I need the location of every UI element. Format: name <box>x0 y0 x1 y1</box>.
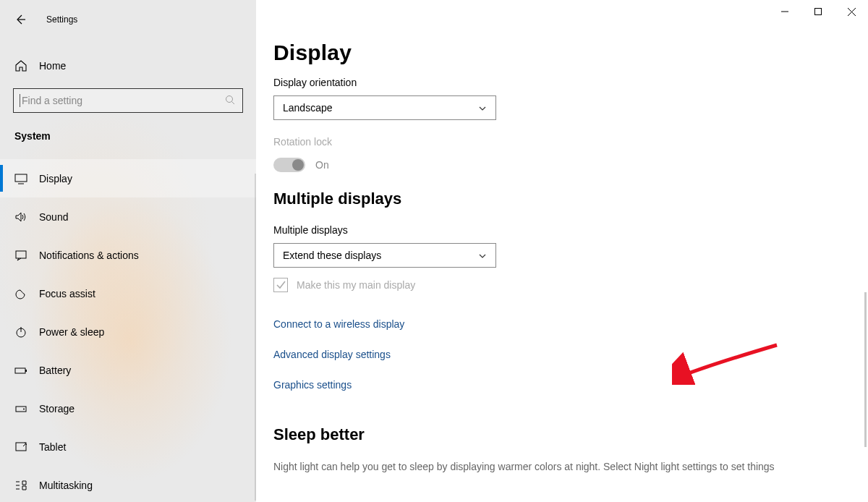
sidebar-item-display[interactable]: Display <box>0 159 256 197</box>
rotation-lock-label: Rotation lock <box>273 136 867 148</box>
rotation-lock-value: On <box>315 159 329 171</box>
nav-list: Display Sound Notifications & actions Fo… <box>0 159 256 502</box>
multiple-displays-select[interactable]: Extend these displays <box>273 243 496 268</box>
minimize-button[interactable] <box>768 0 801 23</box>
tablet-icon <box>14 441 27 454</box>
sidebar-item-label: Multitasking <box>39 480 93 491</box>
text-caret <box>20 94 20 107</box>
search-field[interactable] <box>22 95 225 106</box>
svg-rect-9 <box>815 9 822 15</box>
sidebar-item-label: Display <box>39 173 72 184</box>
focus-icon <box>14 287 27 300</box>
svg-rect-5 <box>25 370 27 372</box>
sidebar-item-label: Battery <box>39 365 71 376</box>
storage-icon <box>14 402 27 415</box>
svg-rect-8 <box>16 443 26 451</box>
sidebar-item-power[interactable]: Power & sleep <box>0 312 256 351</box>
sidebar-item-sound[interactable]: Sound <box>0 197 256 236</box>
chevron-down-icon <box>478 251 487 260</box>
sidebar-item-multitasking[interactable]: Multitasking <box>0 466 256 502</box>
sidebar-item-label: Notifications & actions <box>39 250 139 261</box>
close-button[interactable] <box>835 0 868 23</box>
battery-icon <box>14 364 27 377</box>
orientation-label: Display orientation <box>273 77 867 88</box>
sidebar-item-focus[interactable]: Focus assist <box>0 274 256 312</box>
page-title: Display <box>273 41 867 65</box>
svg-point-7 <box>23 408 25 409</box>
link-advanced-display[interactable]: Advanced display settings <box>273 349 867 360</box>
svg-rect-4 <box>15 368 25 373</box>
toggle-knob <box>292 159 304 171</box>
home-label: Home <box>39 60 66 72</box>
scrollbar[interactable] <box>864 292 867 447</box>
sidebar-item-label: Tablet <box>39 441 66 453</box>
multiple-displays-value: Extend these displays <box>283 250 381 261</box>
sound-icon <box>14 210 27 224</box>
sleep-better-body: Night light can help you get to sleep by… <box>273 460 867 475</box>
main-display-checkbox-label: Make this my main display <box>297 279 415 291</box>
multiple-displays-title: Multiple displays <box>273 190 867 208</box>
chevron-down-icon <box>478 103 487 112</box>
sidebar-item-label: Storage <box>39 403 75 414</box>
svg-rect-1 <box>15 174 27 182</box>
sidebar: Settings Home System Display <box>0 0 256 502</box>
rotation-lock-toggle[interactable] <box>273 158 305 172</box>
window-controls <box>768 0 868 23</box>
sidebar-item-notifications[interactable]: Notifications & actions <box>0 236 256 274</box>
sidebar-item-battery[interactable]: Battery <box>0 351 256 389</box>
link-wireless-display[interactable]: Connect to a wireless display <box>273 318 867 330</box>
multiple-displays-label: Multiple displays <box>273 224 867 236</box>
search-icon <box>225 95 237 106</box>
sleep-better-title: Sleep better <box>273 425 867 444</box>
power-icon <box>14 326 27 339</box>
content-area: Display Display orientation Landscape Ro… <box>256 0 868 502</box>
search-input[interactable] <box>13 88 243 113</box>
multitasking-icon <box>14 479 27 492</box>
sidebar-item-home[interactable]: Home <box>0 51 256 81</box>
window-title: Settings <box>46 14 77 25</box>
link-graphics-settings[interactable]: Graphics settings <box>273 379 867 391</box>
sidebar-item-storage[interactable]: Storage <box>0 389 256 427</box>
maximize-button[interactable] <box>801 0 835 23</box>
orientation-value: Landscape <box>283 102 333 114</box>
orientation-select[interactable]: Landscape <box>273 95 496 120</box>
sidebar-item-label: Focus assist <box>39 288 95 299</box>
sidebar-item-label: Power & sleep <box>39 326 104 338</box>
back-icon[interactable] <box>14 14 26 25</box>
display-icon <box>14 172 27 185</box>
sidebar-item-label: Sound <box>39 211 68 223</box>
notifications-icon <box>14 249 27 262</box>
home-icon <box>14 59 27 72</box>
sidebar-item-tablet[interactable]: Tablet <box>0 427 256 466</box>
svg-point-0 <box>226 96 233 103</box>
main-display-checkbox[interactable] <box>273 278 288 292</box>
svg-rect-2 <box>16 251 26 258</box>
category-title: System <box>0 113 256 149</box>
